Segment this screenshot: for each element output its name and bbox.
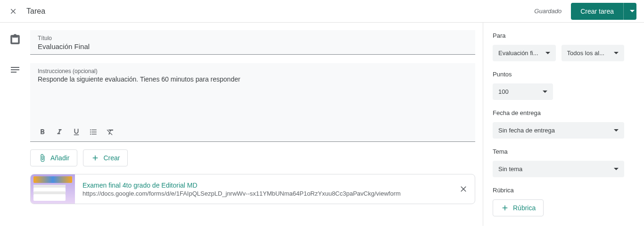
italic-button[interactable] — [55, 127, 64, 137]
class-value: Evaluación fi... — [498, 49, 538, 57]
attachment-thumbnail — [31, 174, 75, 204]
close-icon — [9, 7, 17, 16]
attachment-icon — [38, 154, 47, 162]
points-label: Puntos — [493, 71, 624, 78]
for-label: Para — [493, 32, 624, 39]
plus-icon — [91, 154, 99, 162]
instructions-field-label: Instrucciones (opcional) — [38, 68, 468, 74]
list-icon — [89, 128, 98, 136]
students-value: Todos los al... — [567, 49, 605, 57]
due-date-value: Sin fecha de entrega — [498, 127, 555, 134]
points-value: 100 — [498, 88, 509, 95]
add-button-label: Añadir — [50, 154, 69, 162]
rubric-button-label: Rúbrica — [513, 204, 536, 212]
chevron-down-icon — [614, 129, 619, 132]
bulleted-list-button[interactable] — [89, 127, 98, 137]
close-icon — [459, 184, 468, 194]
page-type-label: Tarea — [26, 7, 45, 16]
points-selector[interactable]: 100 — [493, 83, 553, 100]
saved-status: Guardado — [534, 8, 561, 15]
chevron-down-icon — [614, 168, 619, 170]
due-date-selector[interactable]: Sin fecha de entrega — [493, 122, 624, 139]
chevron-down-icon — [545, 52, 550, 54]
italic-icon — [55, 128, 64, 136]
clear-format-icon — [106, 128, 115, 136]
create-task-button[interactable]: Crear tarea — [571, 3, 623, 20]
create-attachment-button[interactable]: Crear — [83, 149, 128, 166]
due-date-label: Fecha de entrega — [493, 109, 624, 116]
assignment-type-icon[interactable] — [9, 34, 21, 45]
instructions-input[interactable]: Responde la siguiente evaluación. Tienes… — [38, 75, 468, 123]
create-task-dropdown[interactable] — [623, 3, 636, 20]
add-rubric-button[interactable]: Rúbrica — [493, 199, 544, 216]
create-button-label: Crear — [103, 154, 120, 162]
bold-icon — [38, 128, 47, 136]
add-attachment-button[interactable]: Añadir — [30, 149, 77, 166]
topic-label: Tema — [493, 148, 624, 155]
text-format-icon[interactable] — [9, 64, 21, 75]
clear-formatting-button[interactable] — [106, 127, 115, 137]
class-selector[interactable]: Evaluación fi... — [493, 45, 556, 61]
chevron-down-icon — [543, 91, 547, 93]
rubric-label: Rúbrica — [493, 187, 624, 194]
title-field-label: Título — [38, 35, 468, 41]
attachment-card[interactable]: Examen final 4to grado de Editorial MD h… — [30, 174, 475, 204]
topic-selector[interactable]: Sin tema — [493, 161, 624, 177]
remove-attachment-button[interactable] — [452, 184, 475, 194]
chevron-down-icon — [630, 10, 635, 12]
close-button[interactable] — [8, 6, 19, 17]
students-selector[interactable]: Todos los al... — [561, 45, 625, 61]
chevron-down-icon — [614, 52, 619, 54]
bold-button[interactable] — [38, 127, 47, 137]
underline-button[interactable] — [72, 127, 81, 137]
title-input[interactable] — [38, 42, 468, 50]
attachment-title: Examen final 4to grado de Editorial MD — [83, 181, 445, 189]
underline-icon — [72, 128, 81, 136]
plus-icon — [501, 204, 509, 212]
topic-value: Sin tema — [498, 165, 522, 173]
attachment-url: https://docs.google.com/forms/d/e/1FAIpQ… — [83, 190, 445, 197]
